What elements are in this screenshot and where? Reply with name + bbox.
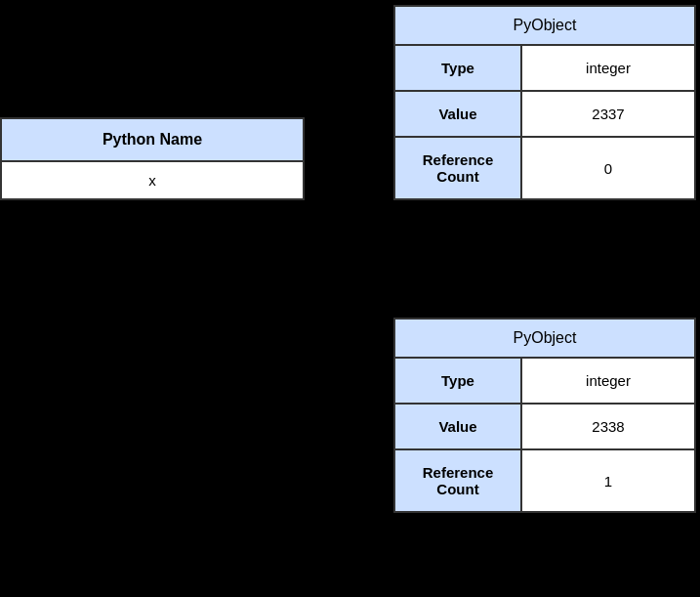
pyobject1-title: PyObject bbox=[394, 6, 695, 45]
python-name-table: Python Name x bbox=[0, 117, 305, 200]
pyobject2-type-label: Type bbox=[394, 358, 521, 404]
pyobject1-type-value: integer bbox=[521, 45, 695, 91]
python-name-value: x bbox=[1, 161, 304, 199]
pyobject2-refcount-label: ReferenceCount bbox=[394, 449, 521, 512]
pyobject1-value-value: 2337 bbox=[521, 91, 695, 137]
pyobject1-type-label: Type bbox=[394, 45, 521, 91]
pyobject2-title: PyObject bbox=[394, 319, 695, 358]
pyobject2-type-value: integer bbox=[521, 358, 695, 404]
pyobject2-refcount-value: 1 bbox=[521, 449, 695, 512]
pyobject2-value-label: Value bbox=[394, 404, 521, 449]
pyobject2-value-value: 2338 bbox=[521, 404, 695, 449]
pyobject-table-1: PyObject Type integer Value 2337 Referen… bbox=[393, 5, 696, 200]
pyobject1-value-label: Value bbox=[394, 91, 521, 137]
python-name-header: Python Name bbox=[1, 118, 304, 161]
pyobject1-refcount-value: 0 bbox=[521, 137, 695, 199]
pyobject-table-2: PyObject Type integer Value 2338 Referen… bbox=[393, 318, 696, 513]
pyobject1-refcount-label: ReferenceCount bbox=[394, 137, 521, 199]
